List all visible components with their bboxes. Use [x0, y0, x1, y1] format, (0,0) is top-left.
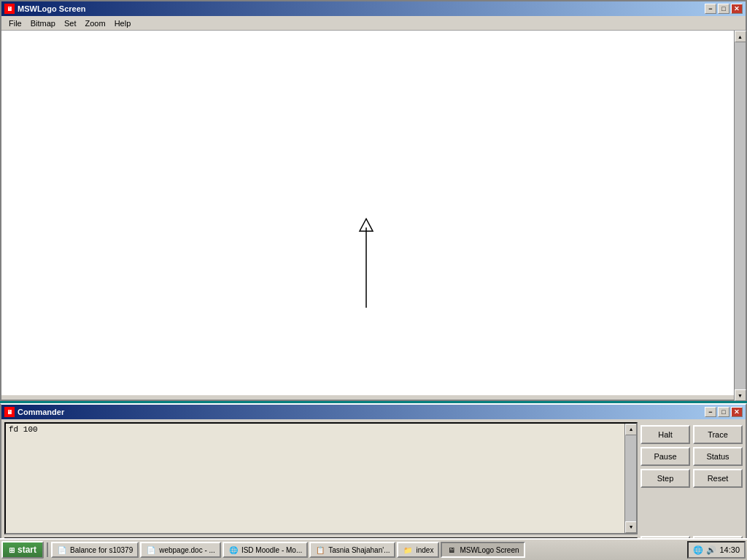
commander-maximize-button[interactable]: □	[718, 407, 729, 417]
menu-set[interactable]: Set	[60, 18, 81, 29]
output-scrollbar[interactable]: ▲ ▼	[624, 424, 636, 533]
system-tray: 🌐 🔊 14:30	[687, 541, 746, 559]
clock: 14:30	[719, 545, 740, 554]
main-window-icon: 🖥	[4, 4, 15, 14]
main-window-title: MSWLogo Screen	[18, 4, 705, 13]
mswlogo-icon: 🖥	[446, 545, 457, 555]
taskbar-webpage-label: webpage.doc - ...	[159, 546, 215, 554]
output-scroll-track[interactable]	[625, 435, 636, 521]
menu-help[interactable]: Help	[110, 18, 136, 29]
taskbar-index-label: index	[416, 546, 433, 554]
webpage-icon: 📄	[146, 545, 156, 555]
taskbar-item-balance[interactable]: 📄 Balance for s10379	[51, 542, 139, 558]
taskbar-moodle-label: ISD Moodle - Mo...	[241, 546, 302, 554]
commander-window-controls: − □ ✕	[705, 407, 743, 417]
balance-icon: 📄	[57, 545, 67, 555]
scroll-down-button[interactable]: ▼	[735, 389, 746, 401]
commander-window: 🖥 Commander − □ ✕ fd 100 ▲ ▼ Halt	[0, 403, 747, 560]
taskbar-right: 🌐 🔊 14:30	[687, 541, 746, 559]
main-title-bar: 🖥 MSWLogo Screen − □ ✕	[1, 1, 746, 16]
moodle-icon: 🌐	[228, 545, 239, 555]
main-window-controls: − □ ✕	[705, 4, 743, 14]
taskbar-item-webpage[interactable]: 📄 webpage.doc - ...	[140, 542, 221, 558]
trace-button[interactable]: Trace	[693, 425, 743, 444]
output-text: fd 100	[9, 425, 38, 434]
halt-button[interactable]: Halt	[640, 425, 690, 444]
taskbar-item-tasnia[interactable]: 📋 Tasnia Shajahan'...	[309, 542, 395, 558]
taskbar-item-mswlogo[interactable]: 🖥 MSWLogo Screen	[441, 542, 525, 558]
taskbar-mswlogo-label: MSWLogo Screen	[460, 546, 519, 554]
buttons-row-1: Halt Trace	[640, 425, 743, 444]
main-close-button[interactable]: ✕	[731, 4, 743, 14]
menu-bitmap[interactable]: Bitmap	[26, 18, 60, 29]
commander-icon: 🖥	[4, 407, 15, 417]
taskbar-item-moodle[interactable]: 🌐 ISD Moodle - Mo...	[222, 542, 308, 558]
buttons-row-3: Step Reset	[640, 469, 743, 488]
speaker-icon: 🔊	[706, 545, 716, 555]
menu-zoom[interactable]: Zoom	[81, 18, 110, 29]
menu-bar: File Bitmap Set Zoom Help	[1, 16, 746, 31]
pause-button[interactable]: Pause	[640, 447, 690, 466]
index-icon: 📁	[403, 545, 413, 555]
status-button[interactable]: Status	[693, 447, 743, 466]
windows-logo-icon: ⊞	[9, 546, 15, 554]
turtle-svg	[1, 31, 735, 395]
commander-text-area: fd 100 ▲ ▼	[4, 422, 638, 555]
main-scrollbar-vertical[interactable]: ▲ ▼	[734, 31, 746, 401]
taskbar-item-index[interactable]: 📁 index	[397, 542, 439, 558]
buttons-row-2: Pause Status	[640, 447, 743, 466]
main-minimize-button[interactable]: −	[705, 4, 716, 14]
commander-title-bar: 🖥 Commander − □ ✕	[1, 405, 746, 419]
taskbar: ⊞ start 📄 Balance for s10379 📄 webpage.d…	[0, 538, 747, 560]
reset-button[interactable]: Reset	[693, 469, 743, 488]
tasnia-icon: 📋	[315, 545, 325, 555]
main-window: 🖥 MSWLogo Screen − □ ✕ File Bitmap Set Z…	[0, 0, 747, 401]
menu-file[interactable]: File	[4, 18, 26, 29]
start-button-label: start	[18, 545, 36, 555]
commander-body: fd 100 ▲ ▼ Halt Trace Pause Status	[1, 419, 746, 558]
output-scroll-up[interactable]: ▲	[625, 424, 637, 435]
scroll-up-button[interactable]: ▲	[735, 31, 746, 42]
commander-title-text: Commander	[18, 408, 705, 416]
start-button[interactable]: ⊞ start	[1, 541, 44, 559]
taskbar-tasnia-label: Tasnia Shajahan'...	[328, 546, 390, 554]
step-button[interactable]: Step	[640, 469, 690, 488]
main-maximize-button[interactable]: □	[718, 4, 729, 14]
network-icon: 🌐	[693, 545, 703, 555]
scroll-track[interactable]	[735, 42, 746, 389]
taskbar-balance-label: Balance for s10379	[70, 546, 133, 554]
commander-buttons: Halt Trace Pause Status Step Reset Execu…	[640, 422, 743, 555]
taskbar-separator	[47, 542, 48, 557]
drawing-canvas	[1, 31, 735, 395]
commander-close-button[interactable]: ✕	[731, 407, 743, 417]
output-area: fd 100 ▲ ▼	[4, 422, 638, 534]
output-scroll-down[interactable]: ▼	[625, 521, 637, 533]
commander-minimize-button[interactable]: −	[705, 407, 716, 417]
